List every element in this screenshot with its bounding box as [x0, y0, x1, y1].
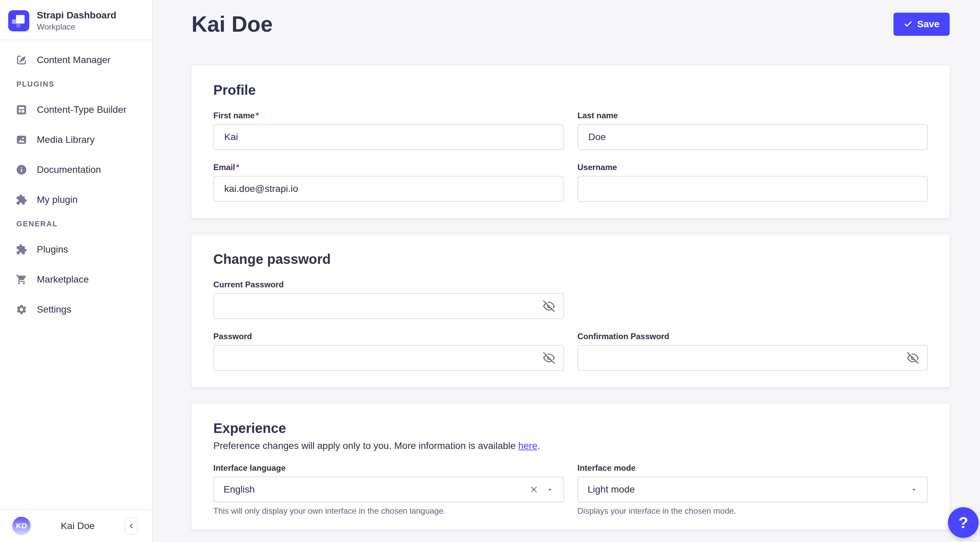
page-title: Kai Doe	[191, 12, 273, 36]
empty-cell	[578, 279, 928, 319]
last-name-field: Last name	[578, 110, 928, 150]
strapi-logo-icon	[8, 10, 29, 31]
profile-card-title: Profile	[213, 82, 928, 98]
interface-language-helper: This will only display your own interfac…	[213, 506, 564, 516]
more-information-link[interactable]: here	[518, 440, 538, 451]
interface-mode-field: Interface mode Light mode Displays your …	[578, 463, 928, 516]
layout-icon	[16, 104, 27, 116]
confirm-password-label: Confirmation Password	[578, 332, 928, 341]
password-input-wrap	[213, 293, 564, 319]
description-text: .	[538, 440, 540, 451]
sidebar-item-label: Documentation	[37, 164, 101, 175]
sidebar-item-content-manager[interactable]: Content Manager	[8, 49, 144, 71]
profile-fields: First name* Last name Email*	[213, 110, 928, 202]
puzzle-icon	[16, 244, 27, 255]
select-value: Light mode	[588, 484, 910, 495]
description-text: Preference changes will apply only to yo…	[213, 440, 518, 451]
label-text: Password	[213, 332, 252, 341]
sidebar-item-documentation[interactable]: Documentation	[8, 159, 144, 181]
first-name-label: First name*	[213, 110, 564, 121]
sidebar-item-plugins[interactable]: Plugins	[8, 239, 144, 260]
toggle-new-password-visibility-button[interactable]	[541, 351, 557, 365]
experience-fields: Interface language English This	[213, 463, 928, 516]
label-text: Username	[578, 162, 617, 172]
interface-mode-select[interactable]: Light mode	[578, 477, 928, 502]
avatar: KD	[12, 517, 31, 535]
clear-language-button[interactable]	[528, 483, 540, 496]
sidebar-item-label: Settings	[37, 304, 71, 315]
interface-mode-label: Interface mode	[578, 463, 928, 473]
info-icon	[16, 164, 27, 175]
email-input[interactable]	[213, 176, 564, 202]
main-content: Kai Doe Save Profile First name*	[153, 0, 980, 542]
save-button[interactable]: Save	[893, 13, 950, 36]
sidebar: Strapi Dashboard Workplace Content Manag…	[0, 0, 153, 542]
sidebar-item-settings[interactable]: Settings	[8, 299, 144, 320]
logo-shape	[16, 15, 24, 24]
new-password-input[interactable]	[213, 345, 564, 371]
user-menu[interactable]: KD Kai Doe	[0, 509, 152, 542]
workspace-brand: Strapi Dashboard Workplace	[0, 0, 152, 40]
username-input[interactable]	[578, 176, 928, 202]
last-name-label: Last name	[578, 110, 928, 121]
image-icon	[16, 134, 27, 145]
brand-text: Strapi Dashboard Workplace	[37, 10, 116, 32]
sidebar-item-label: Content Manager	[37, 54, 110, 65]
eye-slash-icon	[543, 300, 555, 312]
confirm-password-field: Confirmation Password	[578, 332, 928, 371]
brand-title: Strapi Dashboard	[37, 10, 116, 21]
new-password-label: Password	[213, 332, 564, 341]
sidebar-item-content-type-builder[interactable]: Content-Type Builder	[8, 99, 144, 121]
email-field: Email*	[213, 162, 564, 202]
check-icon	[904, 20, 913, 29]
experience-card: Experience Preference changes will apply…	[191, 403, 950, 530]
interface-mode-helper: Displays your interface in the chosen mo…	[578, 506, 928, 516]
user-name: Kai Doe	[36, 521, 119, 531]
sidebar-item-my-plugin[interactable]: My plugin	[8, 189, 144, 210]
first-name-input[interactable]	[213, 124, 564, 150]
eye-slash-icon	[543, 352, 555, 364]
label-text: Email	[213, 162, 235, 172]
logo-shape	[16, 24, 21, 28]
username-field: Username	[578, 162, 928, 202]
experience-description: Preference changes will apply only to yo…	[213, 440, 928, 452]
required-asterisk: *	[236, 162, 239, 172]
experience-title: Experience	[213, 420, 928, 436]
current-password-label: Current Password	[213, 279, 564, 290]
sidebar-item-label: Content-Type Builder	[37, 104, 126, 115]
required-asterisk: *	[256, 110, 259, 121]
label-text: Interface language	[213, 463, 286, 473]
password-input-wrap	[213, 345, 564, 371]
label-text: Current Password	[213, 279, 284, 290]
sidebar-item-label: Marketplace	[37, 274, 89, 285]
feather-edit-icon	[16, 54, 27, 66]
sidebar-item-marketplace[interactable]: Marketplace	[8, 269, 144, 290]
email-label: Email*	[213, 162, 564, 172]
current-password-field: Current Password	[213, 279, 564, 319]
sidebar-section-plugins: PLUGINS	[16, 80, 144, 89]
collapse-sidebar-button[interactable]	[125, 518, 138, 534]
confirm-password-input[interactable]	[578, 345, 928, 371]
change-password-card: Change password Current Password	[191, 234, 950, 387]
label-text: Last name	[578, 110, 618, 121]
sidebar-section-general: GENERAL	[16, 220, 144, 228]
username-label: Username	[578, 162, 928, 172]
last-name-input[interactable]	[578, 124, 928, 150]
interface-language-field: Interface language English This	[213, 463, 564, 516]
sidebar-item-label: My plugin	[37, 194, 78, 205]
sidebar-item-label: Media Library	[37, 134, 95, 145]
question-icon: ?	[959, 513, 968, 532]
change-password-title: Change password	[213, 251, 928, 267]
toggle-current-password-visibility-button[interactable]	[541, 299, 557, 314]
toggle-confirm-password-visibility-button[interactable]	[905, 351, 920, 365]
interface-language-select[interactable]: English	[213, 477, 564, 502]
sidebar-item-media-library[interactable]: Media Library	[8, 129, 144, 151]
current-password-input[interactable]	[213, 293, 564, 319]
eye-slash-icon	[907, 352, 919, 364]
page-header: Kai Doe Save	[191, 12, 950, 36]
profile-card: Profile First name* Last name Email	[191, 65, 950, 218]
brand-subtitle: Workplace	[37, 22, 116, 32]
sidebar-item-label: Plugins	[37, 244, 68, 255]
cart-icon	[16, 274, 27, 285]
help-button[interactable]: ?	[948, 507, 978, 538]
